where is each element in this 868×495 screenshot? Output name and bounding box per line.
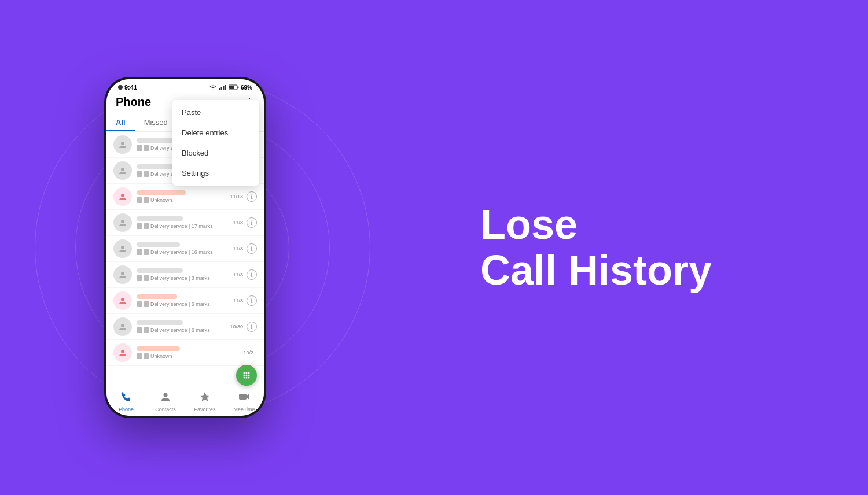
call-sub: Unknown <box>137 353 243 359</box>
call-item[interactable]: Delivery service | 16 marks 11/8 ℹ <box>106 236 264 262</box>
battery-percent: 69% <box>241 84 252 91</box>
call-sub: Delivery service | 6 marks <box>137 301 233 307</box>
call-type-icon2 <box>144 327 149 333</box>
call-avatar <box>113 343 132 362</box>
nav-meetime[interactable]: MeeTime <box>225 386 264 416</box>
call-avatar <box>113 135 132 154</box>
svg-marker-28 <box>247 394 249 400</box>
favorites-nav-icon <box>199 391 211 405</box>
call-info: Delivery service | 8 marks <box>137 268 233 281</box>
svg-point-23 <box>246 377 248 379</box>
svg-rect-0 <box>219 88 220 90</box>
headline: Lose Call History <box>480 202 712 293</box>
call-name-bar <box>137 268 183 273</box>
call-date: 10/30 <box>230 324 243 330</box>
call-type-icon <box>137 145 142 151</box>
camera-dot <box>118 85 123 90</box>
call-name-bar <box>137 190 186 195</box>
svg-rect-3 <box>225 85 226 90</box>
contacts-nav-label: Contacts <box>155 407 176 412</box>
svg-point-20 <box>246 375 248 376</box>
call-sub: Delivery service | 6 marks <box>137 327 230 333</box>
call-item[interactable]: Unknown 11/13 ℹ <box>106 184 264 210</box>
svg-point-9 <box>121 194 124 197</box>
call-type-icon <box>137 249 142 255</box>
call-type-icon2 <box>144 145 149 151</box>
phone-app-title: Phone <box>116 95 151 109</box>
call-item[interactable]: Delivery service | 17 marks 11/8 ℹ <box>106 210 264 236</box>
call-type-icon2 <box>144 197 149 203</box>
tab-missed[interactable]: Missed <box>135 113 177 131</box>
status-bar: 9:41 <box>106 79 264 93</box>
call-date: 10/2 <box>243 350 253 356</box>
call-info: Unknown <box>137 190 230 203</box>
call-type-icon <box>137 353 142 359</box>
svg-point-7 <box>121 142 124 145</box>
call-info-button[interactable]: ℹ <box>247 269 257 280</box>
call-info-button[interactable]: ℹ <box>247 322 257 332</box>
call-name-bar <box>137 346 180 351</box>
dropdown-item-blocked[interactable]: Blocked <box>172 143 259 163</box>
phone-frame: 9:41 <box>104 77 266 418</box>
call-type-icon2 <box>144 171 149 177</box>
signal-icon <box>219 84 227 90</box>
call-info-button[interactable]: ℹ <box>247 217 257 228</box>
call-avatar <box>113 265 132 284</box>
call-info-button[interactable]: ℹ <box>247 191 257 202</box>
svg-rect-27 <box>239 394 247 400</box>
svg-rect-5 <box>237 87 238 88</box>
call-info-button[interactable]: ℹ <box>247 295 257 306</box>
call-type-icon <box>137 197 142 203</box>
call-avatar <box>113 317 132 336</box>
call-date: 11/8 <box>233 220 243 226</box>
tab-all[interactable]: All <box>106 113 135 131</box>
call-date: 11/8 <box>233 246 243 252</box>
svg-point-13 <box>121 298 124 301</box>
svg-point-19 <box>244 375 245 376</box>
call-name-bar <box>137 216 183 221</box>
svg-point-8 <box>121 168 124 171</box>
nav-contacts[interactable]: Contacts <box>146 386 185 416</box>
call-date: 11/8 <box>233 272 243 278</box>
svg-point-11 <box>121 246 124 249</box>
fab-dialpad-button[interactable] <box>236 365 257 386</box>
svg-point-17 <box>246 372 248 374</box>
dropdown-menu: Paste Delete entries Blocked Settings <box>172 100 259 186</box>
svg-point-16 <box>244 372 245 374</box>
call-type-icon <box>137 327 142 333</box>
dropdown-item-delete[interactable]: Delete entries <box>172 123 259 143</box>
call-date: 11/3 <box>233 298 243 304</box>
nav-phone[interactable]: Phone <box>106 386 146 416</box>
phone-screen: 9:41 <box>106 79 264 416</box>
status-right: 69% <box>209 84 252 91</box>
call-item[interactable]: Delivery service | 8 marks 11/8 ℹ <box>106 262 264 288</box>
call-info-button[interactable]: ℹ <box>247 243 257 254</box>
call-avatar <box>113 187 132 206</box>
meetime-nav-label: MeeTime <box>233 407 255 412</box>
dropdown-item-settings[interactable]: Settings <box>172 163 259 183</box>
call-info: Delivery service | 6 marks <box>137 294 233 307</box>
nav-favorites[interactable]: Favorites <box>185 386 225 416</box>
call-type-icon <box>137 301 142 307</box>
call-type-icon <box>137 275 142 281</box>
call-type-icon2 <box>144 249 149 255</box>
phone-section: 9:41 <box>0 0 370 495</box>
call-avatar <box>113 239 132 258</box>
call-type-icon2 <box>144 275 149 281</box>
call-item[interactable]: Delivery service | 6 marks 11/3 ℹ <box>106 288 264 314</box>
call-name-bar <box>137 320 183 325</box>
status-left: 9:41 <box>118 84 137 91</box>
dropdown-item-paste[interactable]: Paste <box>172 102 259 123</box>
dialpad-icon <box>241 370 252 381</box>
call-date: 11/13 <box>230 194 243 200</box>
call-type-icon <box>137 223 142 229</box>
bottom-navigation: Phone Contacts <box>106 386 264 416</box>
call-item[interactable]: Delivery service | 6 marks 10/30 ℹ <box>106 314 264 340</box>
svg-point-21 <box>248 375 250 376</box>
svg-rect-2 <box>223 86 225 90</box>
svg-point-12 <box>121 272 124 275</box>
call-avatar <box>113 161 132 180</box>
status-time: 9:41 <box>124 84 137 91</box>
call-item[interactable]: Unknown 10/2 <box>106 340 264 366</box>
call-info: Delivery service | 17 marks <box>137 216 233 229</box>
